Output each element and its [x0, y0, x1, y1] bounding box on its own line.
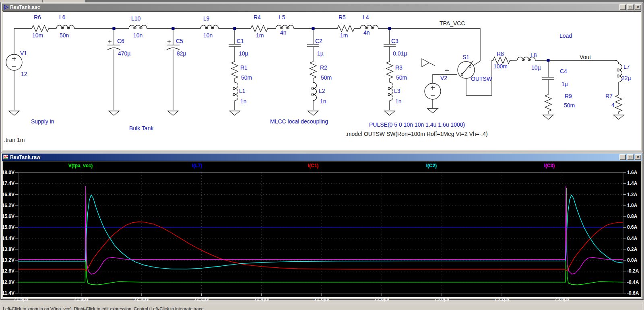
status-text: Left-Click to zoom in on V(tpa_vcc). Rig… — [3, 306, 204, 310]
minimize-button[interactable]: _ — [619, 4, 626, 10]
maximize-button[interactable]: □ — [627, 4, 634, 10]
status-bar: Left-Click to zoom in on V(tpa_vcc). Rig… — [0, 300, 644, 310]
waveform-titlebar[interactable]: ResTank.raw _ □ × — [2, 154, 642, 161]
waveform-plot-area[interactable] — [3, 161, 641, 298]
schematic-canvas[interactable] — [3, 11, 641, 150]
close-button[interactable]: × — [635, 154, 641, 160]
ltspice-waveform-icon[interactable] — [3, 154, 9, 160]
waveform-window-title: ResTank.raw — [10, 154, 618, 160]
legend-item-V(tpa_vcc)[interactable]: V(tpa_vcc) — [68, 163, 93, 168]
legend-item-I(L7)[interactable]: I(L7) — [192, 163, 202, 168]
legend-item-I(C3)[interactable]: I(C3) — [544, 163, 555, 168]
legend-item-I(C1)[interactable]: I(C1) — [308, 163, 319, 168]
close-button[interactable]: × — [635, 4, 641, 10]
ltspice-schematic-icon[interactable] — [3, 4, 9, 10]
maximize-button[interactable]: □ — [627, 154, 634, 160]
status-field: Left-Click to zoom in on V(tpa_vcc). Rig… — [1, 303, 642, 310]
legend-item-I(C2)[interactable]: I(C2) — [426, 163, 437, 168]
minimize-button[interactable]: _ — [619, 154, 626, 160]
schematic-window: ResTank.asc _ □ × — [1, 2, 643, 152]
waveform-window: ResTank.raw _ □ × — [1, 152, 643, 300]
schematic-window-title: ResTank.asc — [10, 4, 618, 10]
schematic-titlebar[interactable]: ResTank.asc _ □ × — [2, 4, 642, 11]
